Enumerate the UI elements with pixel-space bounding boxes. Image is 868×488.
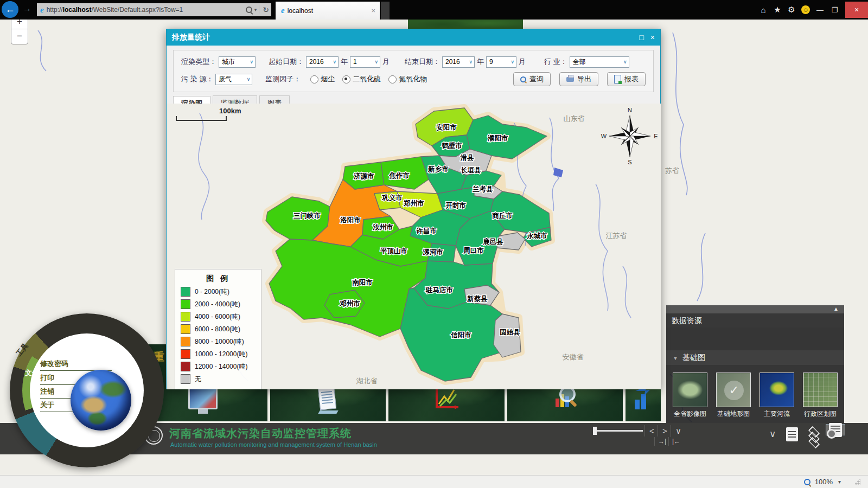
check-icon: ✓ <box>724 381 744 400</box>
render-type-select[interactable]: 城市∨ <box>219 56 256 68</box>
radio-二氧化硫[interactable]: 二氧化硫 <box>342 74 381 84</box>
neighbor-province-label: 山东省 <box>564 114 585 123</box>
radio-label: 烟尘 <box>321 74 335 84</box>
dialog-header[interactable]: 排放量统计 □ × <box>167 29 660 46</box>
browser-back-button[interactable]: ← <box>2 1 18 18</box>
basemap-thumb[interactable]: 主要河流 <box>760 373 794 419</box>
page-zoom-icon[interactable] <box>804 479 810 485</box>
wheel-tab-file[interactable]: 文件 <box>25 368 39 378</box>
carousel-down-button[interactable]: ∨ <box>671 425 686 437</box>
render-map-panel: 三门峡市洛阳市南阳市信阳市驻马店市周口市商丘市开封市新乡市濮阳市安阳市鹤壁市济源… <box>167 104 661 389</box>
zoom-out-button[interactable]: − <box>11 29 28 43</box>
carousel-slider[interactable] <box>593 430 643 432</box>
report-button[interactable]: 报表 <box>607 72 646 86</box>
window-close-icon[interactable]: × <box>845 2 868 18</box>
dialog-close-icon[interactable]: × <box>650 33 655 42</box>
chevron-down-icon: ∨ <box>374 59 378 65</box>
region-label-anyang: 安阳市 <box>436 124 457 131</box>
pollution-source-label: 污 染 源： <box>181 74 213 84</box>
browser-forward-button[interactable]: → <box>23 4 31 14</box>
region-label-kaifeng: 开封市 <box>445 202 466 209</box>
compass-letter-s: S <box>628 159 631 165</box>
basemap-thumb[interactable]: 行政区划图 <box>803 373 838 419</box>
resize-grip[interactable] <box>855 479 860 485</box>
legend-label: 6000 - 8000(吨) <box>195 325 240 334</box>
export-button[interactable]: 导出 <box>559 72 598 86</box>
refresh-icon[interactable]: ↻ <box>259 5 269 14</box>
radio-icon[interactable] <box>388 75 397 84</box>
earth-globe[interactable] <box>71 370 131 431</box>
window-minimize-icon[interactable]: — <box>813 6 827 14</box>
legend-swatch <box>181 312 190 322</box>
radio-label: 二氧化硫 <box>353 74 381 84</box>
end-month-select[interactable]: 9∨ <box>486 56 516 68</box>
year-unit: 年 <box>341 57 348 67</box>
home-icon[interactable]: ⌂ <box>756 5 770 15</box>
carousel-next-button[interactable]: > <box>658 425 672 436</box>
thumbnail-t-admin[interactable] <box>803 373 838 407</box>
report-list-button[interactable] <box>782 424 802 445</box>
dock-right-icon[interactable]: →| <box>654 437 669 446</box>
query-button[interactable]: 查询 <box>513 72 551 86</box>
thumbnail-t-river[interactable] <box>760 373 794 407</box>
radio-selected-icon[interactable] <box>342 75 350 84</box>
favorites-star-icon[interactable]: ★ <box>770 5 784 15</box>
radio-氮氧化物[interactable]: 氮氧化物 <box>388 74 427 84</box>
start-month-select[interactable]: 1∨ <box>350 56 380 68</box>
dock-left-icon[interactable]: |← <box>668 437 684 446</box>
end-year-select[interactable]: 2016∨ <box>442 56 475 68</box>
region-label-yongcheng: 永城市 <box>526 232 547 240</box>
search-icon[interactable] <box>246 7 252 13</box>
carousel-prev-button[interactable]: < <box>644 425 659 436</box>
radio-icon[interactable] <box>310 75 318 84</box>
address-bar[interactable]: e http://localhost/WebSite/Default.aspx?… <box>37 3 271 16</box>
browser-tab[interactable]: e localhost × <box>276 2 380 20</box>
window-restore-icon[interactable]: ❐ <box>827 6 842 14</box>
zoom-caret-icon[interactable]: ▾ <box>838 479 841 485</box>
tab-close-icon[interactable]: × <box>371 7 375 15</box>
region-label-xinyang: 信阳市 <box>450 331 471 339</box>
pollution-source-select[interactable]: 废气∨ <box>215 74 252 85</box>
radio-烟尘[interactable]: 烟尘 <box>310 74 335 84</box>
legend-label: 8000 - 10000(吨) <box>195 337 244 346</box>
url-text[interactable]: http://localhost/WebSite/Default.aspx?is… <box>47 6 246 14</box>
month-unit: 月 <box>519 57 526 67</box>
settings-gear-icon[interactable]: ⚙ <box>784 5 799 15</box>
thumbnail-label: 全省影像图 <box>673 409 707 419</box>
new-tab-button[interactable] <box>381 2 390 20</box>
region-label-huaxian: 滑县 <box>460 154 475 162</box>
thumbnail-t-sat[interactable] <box>673 373 707 407</box>
legend-swatch <box>181 324 190 334</box>
region-label-zhengzhou: 郑州市 <box>403 200 424 207</box>
screen: 苏省 + − 重AUOF 工具 文件 修改密码打印注销关于 +−⊡⊞◍↖←→✥Ⓐ… <box>0 0 868 488</box>
data-settings-button[interactable] <box>826 424 845 435</box>
collapse-triangle-icon[interactable]: ▲ <box>833 306 839 312</box>
chevron-down-icon: ∨ <box>469 59 473 65</box>
legend-item: 4000 - 6000(吨) <box>181 312 256 322</box>
region-label-jiyuan: 济源市 <box>353 172 374 180</box>
thumbnail-t-terrain[interactable]: ✓ <box>716 373 751 407</box>
industry-select[interactable]: 全部∨ <box>570 56 629 68</box>
feedback-smiley-icon[interactable]: ☺ <box>801 5 810 14</box>
layers-button[interactable] <box>804 424 824 445</box>
report-icon <box>614 75 621 84</box>
chevron-down-icon[interactable]: ▾ <box>254 7 257 12</box>
legend-label: 2000 - 4000(吨) <box>195 300 240 309</box>
slider-handle[interactable] <box>593 427 597 435</box>
scale-bar <box>176 115 227 121</box>
basemap-thumb[interactable]: ✓基础地形图 <box>716 373 751 419</box>
legend-swatch <box>181 299 190 309</box>
start-year-select[interactable]: 2016∨ <box>306 56 339 68</box>
page-zoom-level[interactable]: 100% <box>815 478 833 486</box>
basemap-section-header[interactable]: ▼基础图 <box>666 350 844 365</box>
region-label-puyang: 濮阳市 <box>487 134 508 142</box>
map-legend: 图 例 0 - 2000(吨)2000 - 4000(吨)4000 - 6000… <box>175 269 261 389</box>
panel-collapse-bar[interactable]: ▲ <box>666 305 844 313</box>
thumbnail-label: 主要河流 <box>760 409 794 419</box>
dialog-maximize-icon[interactable]: □ <box>639 33 643 42</box>
basemap-thumb[interactable]: 全省影像图 <box>673 373 707 419</box>
panel-chevron-icon[interactable]: ∨ <box>769 428 776 440</box>
region-label-luyi: 鹿邑县 <box>482 237 503 246</box>
wheel-menu-item[interactable]: 修改密码 <box>40 359 112 371</box>
data-resource-panel: ▲ 数据资源 ▼基础图 全省影像图✓基础地形图主要河流行政区划图 <box>666 305 844 423</box>
